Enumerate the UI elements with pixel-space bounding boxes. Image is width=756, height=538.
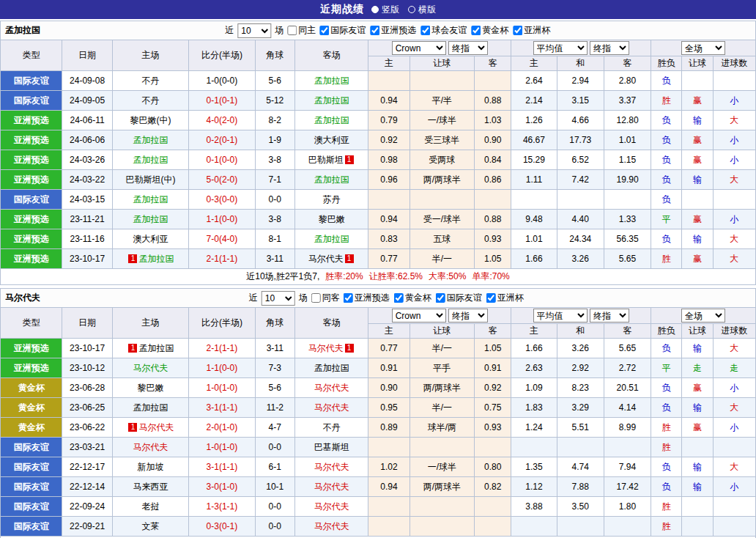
competition-filter[interactable]: 亚洲杯 [513, 24, 550, 37]
away-team-name[interactable]: 孟加拉国 [314, 95, 349, 106]
avg-draw: 17.73 [557, 130, 604, 150]
away-team-name[interactable]: 孟加拉国 [314, 363, 349, 373]
match-row: 亚洲预选24-03-26孟加拉国0-1(0-0)3-8巴勒斯坦10.98受两球0… [1, 150, 756, 170]
home-team-name[interactable]: 马尔代夫 [133, 442, 168, 452]
competition-filter[interactable]: 国际友谊 [436, 292, 482, 304]
home-team-name[interactable]: 新加坡 [137, 462, 163, 472]
away-team-name[interactable]: 孟加拉国 [314, 234, 349, 244]
home-team-name[interactable]: 巴勒斯坦(中) [125, 174, 175, 185]
col-header-home: 主场 [112, 308, 189, 339]
avg-home: 1.09 [511, 378, 557, 398]
same-venue-checkbox[interactable] [287, 26, 297, 35]
competition-type-cell: 国际友谊 [1, 457, 62, 477]
competition-checkbox[interactable] [471, 26, 481, 35]
competition-filter[interactable]: 黄金杯 [471, 24, 508, 37]
home-team-name[interactable]: 不丹 [141, 75, 159, 86]
competition-checkbox[interactable] [319, 26, 329, 35]
avg-select[interactable]: 平均值 [533, 41, 588, 55]
home-team-name[interactable]: 孟加拉国 [133, 214, 168, 224]
away-team-name[interactable]: 不丹 [323, 422, 341, 432]
home-team-name[interactable]: 孟加拉国 [133, 135, 168, 145]
home-team-name[interactable]: 马尔代夫 [138, 422, 174, 432]
near-label: 近 [249, 292, 258, 304]
home-team-name[interactable]: 孟加拉国 [133, 155, 168, 165]
competition-filter[interactable]: 亚洲杯 [486, 292, 524, 304]
odds-kind-select[interactable]: 终指 [448, 309, 488, 323]
away-team-name[interactable]: 马尔代夫 [314, 521, 349, 531]
result-wdl: 负 [651, 378, 682, 398]
home-team-name[interactable]: 孟加拉国 [133, 402, 168, 413]
competition-filter[interactable]: 亚洲预选 [344, 292, 390, 304]
competition-checkbox[interactable] [420, 26, 430, 35]
away-team-name[interactable]: 黎巴嫩 [319, 214, 345, 224]
home-team-name[interactable]: 老挝 [141, 501, 159, 512]
competition-checkbox[interactable] [344, 293, 353, 303]
rank-badge: 1 [345, 254, 354, 263]
competition-filter[interactable]: 球会友谊 [420, 24, 467, 37]
competition-checkbox[interactable] [394, 293, 404, 303]
competition-filter[interactable]: 亚洲预选 [370, 24, 416, 37]
away-team-name[interactable]: 马尔代夫 [314, 462, 349, 472]
avg-select[interactable]: 平均值 [533, 309, 588, 323]
result-wdl: 平 [651, 210, 682, 229]
scope-select[interactable]: 全场 [681, 41, 725, 55]
away-team-name[interactable]: 马尔代夫 [314, 402, 349, 413]
competition-type-cell: 亚洲预选 [1, 130, 62, 150]
scope-select[interactable]: 全场 [681, 309, 725, 323]
away-team-name[interactable]: 巴勒斯坦 [308, 155, 344, 165]
same-venue-filter[interactable]: 同客 [311, 292, 340, 304]
competition-checkbox[interactable] [436, 293, 445, 303]
competition-checkbox[interactable] [513, 26, 522, 35]
away-team: 孟加拉国 [294, 170, 368, 190]
filter-controls: 近 10 场 同客 亚洲预选黄金杯国际友谊亚洲杯 [249, 291, 524, 306]
avg-kind-select[interactable]: 终指 [590, 309, 629, 323]
col-header-corner: 角球 [255, 308, 294, 339]
home-team-name[interactable]: 文莱 [141, 521, 159, 531]
home-team-name[interactable]: 不丹 [141, 95, 159, 106]
competition-checkbox[interactable] [486, 293, 496, 303]
competition-filter[interactable]: 国际友谊 [319, 24, 366, 37]
result-handicap [682, 71, 713, 91]
home-team-name[interactable]: 黎巴嫩 [137, 383, 163, 393]
recent-count-select[interactable]: 10 [262, 291, 295, 306]
radio-icon[interactable] [371, 6, 379, 13]
competition-filter[interactable]: 黄金杯 [394, 292, 431, 304]
odds-handicap [410, 438, 474, 457]
layout-radio-option[interactable]: 横版 [408, 4, 436, 16]
home-team-name[interactable]: 澳大利亚 [133, 234, 168, 244]
away-team-name[interactable]: 孟加拉国 [314, 174, 349, 185]
col-header-home: 主场 [112, 40, 189, 71]
result-goals [713, 517, 755, 537]
away-team-name[interactable]: 孟加拉国 [314, 115, 349, 125]
avg-kind-select[interactable]: 终指 [590, 41, 629, 55]
same-venue-filter[interactable]: 同主 [287, 24, 316, 37]
home-team-name[interactable]: 孟加拉国 [138, 254, 174, 264]
odds-home: 0.95 [368, 398, 410, 418]
away-team-name[interactable]: 马尔代夫 [308, 343, 344, 353]
result-goals: 小 [713, 150, 755, 170]
away-team-name[interactable]: 澳大利亚 [314, 135, 349, 145]
home-team-name[interactable]: 孟加拉国 [138, 343, 174, 353]
away-team-name[interactable]: 马尔代夫 [314, 501, 349, 512]
away-team-name[interactable]: 巴基斯坦 [314, 442, 349, 452]
recent-count-select[interactable]: 10 [237, 23, 271, 38]
away-team-name[interactable]: 马尔代夫 [314, 383, 349, 393]
same-venue-checkbox[interactable] [311, 293, 321, 303]
home-team-name[interactable]: 马来西亚 [133, 482, 168, 492]
bookmaker-select[interactable]: Crown [392, 41, 446, 55]
result-wdl: 胜 [651, 497, 682, 517]
away-team-name[interactable]: 马尔代夫 [314, 482, 349, 492]
bookmaker-select[interactable]: Crown [392, 309, 446, 323]
radio-icon[interactable] [408, 6, 415, 13]
competition-checkbox[interactable] [370, 26, 379, 35]
odds-home: 0.94 [368, 210, 410, 229]
home-team-name[interactable]: 孟加拉国 [133, 194, 168, 204]
away-team-name[interactable]: 苏丹 [323, 194, 341, 204]
odds-kind-select[interactable]: 终指 [448, 41, 488, 55]
odds-home: 0.94 [368, 91, 410, 111]
layout-radio-option[interactable]: 竖版 [371, 4, 399, 16]
home-team-name[interactable]: 马尔代夫 [133, 363, 168, 373]
away-team-name[interactable]: 孟加拉国 [314, 75, 349, 86]
away-team-name[interactable]: 马尔代夫 [308, 254, 344, 264]
home-team-name[interactable]: 黎巴嫩(中) [130, 115, 171, 125]
